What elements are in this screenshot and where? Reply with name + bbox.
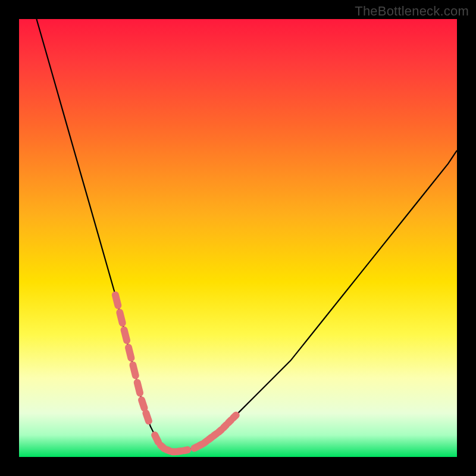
- curve-path-group: [36, 19, 457, 452]
- highlight-dash: [142, 400, 144, 408]
- highlight-dash: [233, 415, 236, 418]
- chart-frame: TheBottleneck.com: [0, 0, 476, 476]
- highlight-dash: [120, 312, 122, 323]
- highlight-dash: [146, 413, 149, 421]
- bottleneck-curve: [36, 19, 457, 452]
- bottleneck-curve-svg: [19, 19, 457, 457]
- highlight-dash: [129, 347, 131, 358]
- highlight-dash: [115, 295, 118, 306]
- highlight-dash: [137, 383, 140, 393]
- highlight-dash: [155, 435, 158, 442]
- highlight-dashes: [115, 295, 236, 452]
- highlight-dash: [133, 365, 135, 375]
- watermark-text: TheBottleneck.com: [355, 4, 469, 19]
- highlight-dash: [124, 330, 127, 341]
- highlight-dash: [184, 450, 187, 450]
